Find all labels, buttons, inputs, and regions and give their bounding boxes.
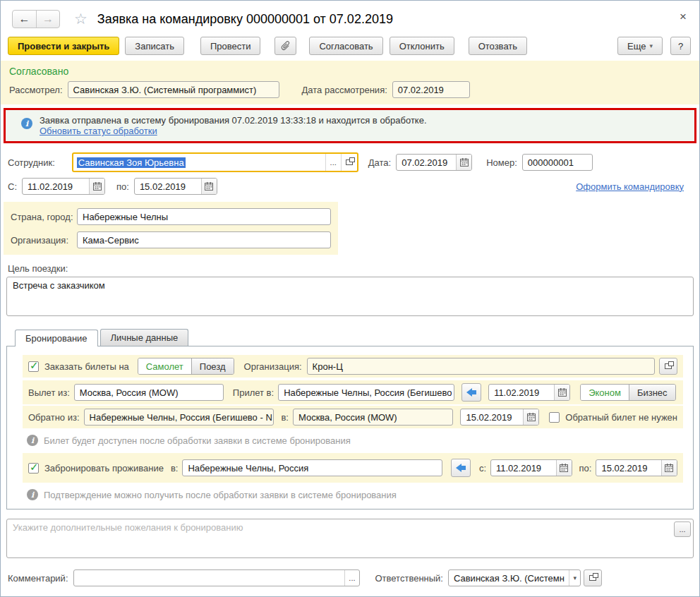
employee-field[interactable]: Савинская Зоя Юрьевна ... (72, 152, 358, 172)
period-to-field[interactable]: 15.02.2019 (134, 178, 217, 195)
lodging-to-field[interactable]: 15.02.2019 (596, 459, 677, 476)
copy-dates-button[interactable] (461, 383, 481, 402)
number-field[interactable]: 000000001 (522, 154, 593, 171)
wishes-more-button[interactable]: ... (674, 521, 691, 537)
approve-button[interactable]: Согласовать (309, 37, 382, 55)
date-calendar-button[interactable] (456, 155, 471, 170)
return-date-calendar-button[interactable] (523, 409, 538, 425)
info-icon: i (27, 489, 38, 500)
return-to-label: в: (281, 412, 289, 423)
review-date-value: 07.02.2019 (393, 85, 469, 95)
destination-value: Набережные Челны (78, 212, 330, 222)
close-icon[interactable]: × (675, 10, 691, 24)
wishes-textarea[interactable]: Укажите дополнительные пожелания к брони… (6, 519, 694, 558)
period-from-value: 11.02.2019 (23, 181, 89, 192)
comment-field[interactable]: ... (73, 569, 360, 586)
more-button[interactable]: Еще▾ (617, 37, 663, 55)
transport-plane-option[interactable]: Самолет (138, 358, 191, 374)
help-button[interactable]: ? (670, 37, 691, 55)
toolbar: Провести и закрыть Записать Провести Сог… (1, 34, 699, 61)
depart-date-field[interactable]: 11.02.2019 (488, 384, 570, 401)
approval-panel: Согласовано Рассмотрел: Савинская З.Ю. (… (1, 61, 699, 104)
info-icon: i (27, 435, 38, 446)
review-date-label: Дата рассмотрения: (302, 85, 387, 95)
employee-open-button[interactable] (341, 154, 357, 171)
info-icon: i (21, 118, 32, 129)
arrive-to-field[interactable]: Набережные Челны, Россия (Бегишево (278, 384, 454, 401)
period-from-calendar-button[interactable] (89, 179, 104, 194)
date-label: Дата: (368, 157, 391, 168)
order-tickets-checkbox[interactable]: ✓ (28, 361, 39, 372)
calendar-icon (560, 464, 568, 472)
withdraw-button[interactable]: Отозвать (469, 37, 527, 55)
tab-personal-data[interactable]: Личные данные (100, 329, 189, 346)
purpose-label: Цель поездки: (1, 255, 699, 277)
lodging-from-label: с: (479, 463, 486, 474)
date-field[interactable]: 07.02.2019 (396, 154, 472, 171)
organization-value: Кама-Сервис (78, 235, 330, 246)
return-date-value: 15.02.2019 (461, 412, 523, 423)
purpose-textarea[interactable]: Встреча с заказчиком (6, 277, 694, 316)
ticket-organization-field[interactable]: Крон-Ц (307, 358, 655, 375)
depart-from-field[interactable]: Москва, Россия (MOW) (74, 384, 224, 401)
tab-booking[interactable]: Бронирование (15, 330, 98, 346)
return-to-field[interactable]: Москва, Россия (MOW) (293, 409, 453, 426)
checkmark-icon: ✓ (30, 359, 39, 372)
destination-panel: Страна, город: Набережные Челны Организа… (4, 202, 338, 255)
copy-lodging-dates-button[interactable] (451, 459, 471, 477)
number-value: 000000001 (523, 157, 592, 168)
order-tickets-label: Заказать билеты на (44, 361, 129, 372)
calendar-icon (205, 182, 213, 191)
reviewer-field[interactable]: Савинская З.Ю. (Системный программист) (68, 81, 279, 98)
reviewer-label: Рассмотрел: (9, 85, 63, 95)
back-button[interactable]: ← (13, 11, 36, 28)
title-bar: ← → ☆ Заявка на командировку 000000001 о… (1, 1, 699, 34)
depart-date-calendar-button[interactable] (554, 385, 569, 400)
lodging-in-label: в: (171, 463, 179, 474)
lodging-from-calendar-button[interactable] (556, 460, 572, 476)
no-return-ticket-checkbox[interactable] (549, 412, 560, 423)
period-to-calendar-button[interactable] (201, 179, 217, 194)
responsible-dropdown-button[interactable]: ▾ (569, 570, 580, 586)
responsible-field[interactable]: Савинская З.Ю. (Системн ▾ (448, 569, 581, 586)
refresh-status-link[interactable]: Обновить статус обработки (40, 126, 157, 136)
lodging-to-calendar-button[interactable] (661, 460, 677, 476)
class-business-option[interactable]: Бизнес (629, 385, 675, 400)
lodging-from-field[interactable]: 11.02.2019 (490, 459, 572, 476)
attachments-button[interactable] (274, 37, 296, 55)
comment-more-button[interactable]: ... (344, 570, 358, 586)
post-button[interactable]: Провести (200, 37, 261, 55)
class-switch: Эконом Бизнес (580, 384, 675, 401)
forward-arrow-icon: → (42, 13, 54, 25)
forward-button[interactable]: → (36, 11, 59, 28)
period-from-label: С: (8, 181, 17, 192)
return-from-field[interactable]: Набережные Челны, Россия (Бегишево - N (84, 409, 274, 426)
return-from-label: Обратно из: (28, 412, 80, 423)
decline-button[interactable]: Отклонить (390, 37, 454, 55)
responsible-label: Ответственный: (375, 573, 443, 584)
lodging-city-field[interactable]: Набережные Челны, Россия (182, 459, 442, 476)
lodging-checkbox[interactable]: ✓ (28, 463, 39, 474)
date-value: 07.02.2019 (397, 157, 456, 168)
responsible-open-button[interactable] (584, 569, 602, 586)
depart-from-label: Вылет из: (28, 387, 70, 398)
organization-row: Организация: Кама-Сервис (11, 231, 331, 248)
post-and-close-button[interactable]: Провести и закрыть (8, 37, 119, 55)
paperclip-icon (281, 40, 291, 52)
lodging-city-value: Набережные Челны, Россия (183, 463, 442, 474)
period-from-field[interactable]: 11.02.2019 (22, 178, 105, 195)
lodging-note-text: Подтверждение можно получить после обраб… (44, 490, 397, 500)
organization-field[interactable]: Кама-Сервис (77, 231, 331, 248)
destination-field[interactable]: Набережные Челны (77, 208, 331, 225)
employee-row: Сотрудник: Савинская Зоя Юрьевна ... Дат… (1, 152, 699, 172)
open-form-icon (346, 159, 353, 165)
class-economy-option[interactable]: Эконом (581, 385, 629, 400)
ticket-organization-open-button[interactable] (659, 358, 677, 375)
save-button[interactable]: Записать (125, 37, 184, 55)
employee-choose-button[interactable]: ... (325, 154, 341, 171)
favorite-star-icon[interactable]: ☆ (74, 11, 88, 28)
review-date-field[interactable]: 07.02.2019 (392, 81, 470, 98)
return-date-field[interactable]: 15.02.2019 (460, 409, 539, 426)
create-trip-link[interactable]: Оформить командировку (576, 181, 684, 192)
transport-train-option[interactable]: Поезд (191, 358, 234, 374)
